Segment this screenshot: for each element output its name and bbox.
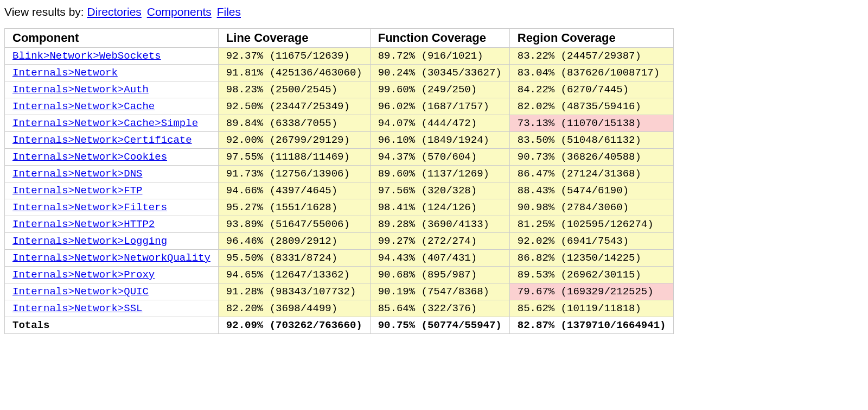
component-link[interactable]: Internals>Network>Cache>Simple: [12, 117, 198, 129]
line-coverage-cell: 91.73% (12756/13906): [218, 166, 370, 182]
coverage-fraction: (895/987): [422, 269, 477, 281]
line-coverage-cell: 92.37% (11675/12639): [218, 48, 370, 65]
region-coverage-cell: 90.73% (36826/40588): [509, 149, 674, 166]
component-link[interactable]: Blink>Network>WebSockets: [12, 50, 161, 62]
line-coverage-cell: 94.65% (12647/13362): [218, 267, 370, 283]
coverage-fraction: (23447/25349): [270, 100, 350, 112]
component-link[interactable]: Internals>Network>Filters: [12, 201, 167, 213]
component-cell: Internals>Network>NetworkQuality: [5, 250, 219, 267]
col-component: Component: [5, 29, 219, 48]
component-cell: Internals>Network>DNS: [5, 166, 219, 182]
line-coverage-cell: 96.46% (2809/2912): [218, 233, 370, 250]
region-coverage-cell: 88.43% (5474/6190): [509, 182, 674, 199]
table-header-row: Component Line Coverage Function Coverag…: [5, 29, 674, 48]
coverage-fraction: (48735/59416): [561, 100, 641, 112]
coverage-fraction: (1379710/1664941): [561, 319, 666, 331]
coverage-fraction: (6941/7543): [561, 235, 629, 247]
component-link[interactable]: Internals>Network>NetworkQuality: [12, 252, 210, 264]
component-link[interactable]: Internals>Network: [12, 67, 118, 79]
component-link[interactable]: Internals>Network>Cookies: [12, 151, 167, 163]
component-link[interactable]: Internals>Network>QUIC: [12, 286, 149, 298]
region-coverage-cell: 83.22% (24457/29387): [509, 48, 674, 65]
table-row: Internals>Network>Certificate92.00% (267…: [5, 132, 674, 149]
component-cell: Internals>Network>SSL: [5, 300, 219, 317]
component-link[interactable]: Internals>Network>HTTP2: [12, 218, 155, 230]
link-files[interactable]: Files: [217, 5, 241, 18]
coverage-pct: 94.65%: [226, 269, 263, 281]
region-coverage-cell: 85.62% (10119/11818): [509, 300, 674, 317]
component-cell: Internals>Network>FTP: [5, 182, 219, 199]
coverage-pct: 89.84%: [226, 117, 263, 129]
coverage-pct: 92.37%: [226, 50, 263, 62]
coverage-fraction: (1551/1628): [270, 201, 337, 213]
coverage-pct: 95.27%: [226, 201, 263, 213]
coverage-pct: 94.07%: [378, 117, 415, 129]
coverage-fraction: (8331/8724): [270, 252, 337, 264]
func-coverage-cell: 85.64% (322/376): [370, 300, 509, 317]
coverage-pct: 98.23%: [226, 84, 263, 96]
coverage-pct: 90.19%: [378, 286, 415, 298]
component-link[interactable]: Internals>Network>DNS: [12, 168, 142, 180]
func-coverage-cell: 99.27% (272/274): [370, 233, 509, 250]
coverage-fraction: (2809/2912): [270, 235, 337, 247]
coverage-pct: 90.75%: [378, 319, 415, 331]
coverage-pct: 96.02%: [378, 100, 415, 112]
func-coverage-cell: 99.60% (249/250): [370, 81, 509, 98]
component-cell: Internals>Network>Certificate: [5, 132, 219, 149]
region-coverage-cell: 90.98% (2784/3060): [509, 199, 674, 216]
component-link[interactable]: Internals>Network>Certificate: [12, 134, 192, 146]
totals-line-cell: 92.09% (703262/763660): [218, 317, 370, 334]
component-link[interactable]: Internals>Network>SSL: [12, 302, 142, 314]
coverage-fraction: (5474/6190): [561, 185, 629, 197]
component-cell: Internals>Network>Auth: [5, 81, 219, 98]
table-row: Internals>Network91.81% (425136/463060)9…: [5, 65, 674, 81]
link-directories[interactable]: Directories: [87, 5, 142, 18]
coverage-fraction: (1687/1757): [422, 100, 489, 112]
component-cell: Internals>Network>QUIC: [5, 283, 219, 300]
coverage-pct: 84.22%: [518, 84, 554, 96]
link-components[interactable]: Components: [147, 5, 212, 18]
table-row: Internals>Network>Proxy94.65% (12647/133…: [5, 267, 674, 283]
coverage-pct: 95.50%: [226, 252, 263, 264]
coverage-fraction: (10119/11818): [561, 302, 641, 314]
totals-region-cell: 82.87% (1379710/1664941): [509, 317, 674, 334]
coverage-pct: 85.62%: [518, 302, 554, 314]
coverage-fraction: (12756/13906): [270, 168, 350, 180]
line-coverage-cell: 95.27% (1551/1628): [218, 199, 370, 216]
table-row: Internals>Network>NetworkQuality95.50% (…: [5, 250, 674, 267]
component-link[interactable]: Internals>Network>Proxy: [12, 269, 155, 281]
table-row: Blink>Network>WebSockets92.37% (11675/12…: [5, 48, 674, 65]
line-coverage-cell: 92.50% (23447/25349): [218, 98, 370, 115]
region-coverage-cell: 73.13% (11070/15138): [509, 115, 674, 132]
coverage-pct: 93.89%: [226, 218, 263, 230]
coverage-fraction: (272/274): [422, 235, 477, 247]
component-link[interactable]: Internals>Network>Logging: [12, 235, 167, 247]
coverage-pct: 83.04%: [518, 67, 554, 79]
coverage-pct: 82.20%: [226, 302, 263, 314]
coverage-pct: 91.81%: [226, 67, 263, 79]
table-row: Internals>Network>Filters95.27% (1551/16…: [5, 199, 674, 216]
component-cell: Internals>Network>Cache>Simple: [5, 115, 219, 132]
coverage-pct: 97.56%: [378, 185, 415, 197]
coverage-fraction: (24457/29387): [561, 50, 641, 62]
line-coverage-cell: 82.20% (3698/4499): [218, 300, 370, 317]
col-line-coverage: Line Coverage: [218, 29, 370, 48]
coverage-pct: 98.41%: [378, 201, 415, 213]
coverage-pct: 86.47%: [518, 168, 554, 180]
line-coverage-cell: 91.28% (98343/107732): [218, 283, 370, 300]
coverage-fraction: (570/604): [422, 151, 477, 163]
component-link[interactable]: Internals>Network>Auth: [12, 84, 149, 96]
coverage-fraction: (50774/55947): [422, 319, 502, 331]
coverage-fraction: (26962/30115): [561, 269, 641, 281]
view-results-by: View results by: Directories Components …: [0, 0, 868, 28]
component-link[interactable]: Internals>Network>Cache: [12, 100, 155, 112]
coverage-pct: 86.82%: [518, 252, 554, 264]
coverage-fraction: (26799/29129): [270, 134, 350, 146]
coverage-fraction: (444/472): [422, 117, 477, 129]
coverage-pct: 99.27%: [378, 235, 415, 247]
coverage-pct: 88.43%: [518, 185, 554, 197]
component-link[interactable]: Internals>Network>FTP: [12, 185, 142, 197]
func-coverage-cell: 89.28% (3690/4133): [370, 216, 509, 233]
coverage-pct: 89.53%: [518, 269, 554, 281]
coverage-fraction: (1849/1924): [422, 134, 489, 146]
